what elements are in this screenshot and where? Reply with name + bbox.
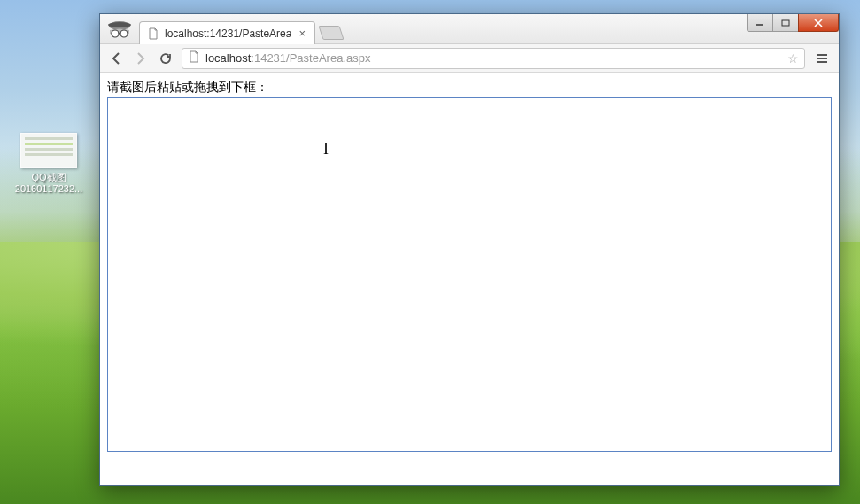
menu-button[interactable] xyxy=(812,49,832,68)
paste-drop-area[interactable] xyxy=(107,97,832,452)
titlebar[interactable]: localhost:14231/PasteArea × xyxy=(100,14,839,44)
tabstrip: localhost:14231/PasteArea × xyxy=(139,14,342,43)
back-button[interactable] xyxy=(107,50,125,67)
svg-point-1 xyxy=(108,22,131,27)
forward-button[interactable] xyxy=(132,50,150,67)
bookmark-star-icon[interactable]: ☆ xyxy=(787,51,799,66)
instruction-label: 请截图后粘贴或拖拽到下框： xyxy=(107,80,832,96)
page-content: 请截图后粘贴或拖拽到下框： I xyxy=(100,73,839,485)
minimize-button[interactable] xyxy=(747,14,773,32)
address-path: :14231/PasteArea.aspx xyxy=(251,51,370,65)
maximize-button[interactable] xyxy=(772,14,799,32)
text-caret xyxy=(112,100,112,113)
desktop-file-icon[interactable]: QQ截图 20160117232... xyxy=(13,133,84,195)
close-tab-icon[interactable]: × xyxy=(297,27,307,40)
file-label-line2: 20160117232... xyxy=(13,183,84,195)
address-host: localhost xyxy=(205,51,251,65)
new-tab-button[interactable] xyxy=(318,26,344,40)
tab-title: localhost:14231/PasteArea xyxy=(165,27,291,40)
reload-button[interactable] xyxy=(157,50,174,67)
site-info-icon[interactable] xyxy=(188,50,200,66)
browser-window: localhost:14231/PasteArea × xyxy=(99,13,840,486)
window-controls xyxy=(748,14,839,32)
file-thumbnail xyxy=(20,133,77,168)
browser-tab[interactable]: localhost:14231/PasteArea × xyxy=(139,21,315,44)
file-icon xyxy=(147,27,159,40)
address-text: localhost:14231/PasteArea.aspx xyxy=(205,51,370,65)
svg-point-2 xyxy=(112,30,119,37)
svg-point-3 xyxy=(120,30,128,37)
file-label: QQ截图 20160117232... xyxy=(13,172,84,195)
address-bar[interactable]: localhost:14231/PasteArea.aspx ☆ xyxy=(182,48,805,69)
incognito-icon xyxy=(105,18,134,43)
close-window-button[interactable] xyxy=(798,14,839,32)
svg-rect-5 xyxy=(782,20,789,26)
browser-toolbar: localhost:14231/PasteArea.aspx ☆ xyxy=(100,44,839,73)
file-label-line1: QQ截图 xyxy=(13,172,84,183)
